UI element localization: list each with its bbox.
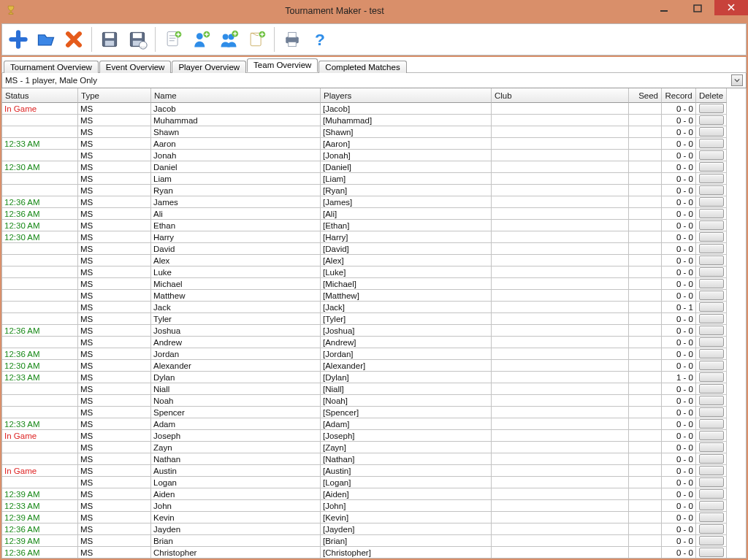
delete-row-button[interactable] [699,396,724,405]
col-header-club[interactable]: Club [492,88,629,103]
table-row[interactable]: MSZayn[Zayn]0 - 0 [2,442,727,453]
delete-row-button[interactable] [699,489,724,499]
table-row[interactable]: 12:36 AMMSChristopher[Christopher]0 - 0 [2,547,727,558]
delete-row-button[interactable] [699,115,724,125]
table-row[interactable]: 12:36 AMMSJames[James]0 - 0 [2,196,727,208]
delete-row-button[interactable] [699,349,724,358]
save-as-button[interactable]: … [124,26,150,53]
col-header-players[interactable]: Players [321,88,492,103]
window-minimize-button[interactable] [647,0,681,18]
table-row[interactable]: MSJack[Jack]0 - 1 [2,302,727,313]
delete-row-button[interactable] [699,536,724,545]
delete-row-button[interactable] [699,372,724,382]
col-header-status[interactable]: Status [2,88,78,103]
print-button[interactable] [279,26,305,53]
delete-row-button[interactable] [699,150,724,160]
delete-row-button[interactable] [699,185,724,195]
table-row[interactable]: 12:36 AMMSJordan[Jordan]0 - 0 [2,348,727,360]
delete-row-button[interactable] [699,256,724,265]
delete-row-button[interactable] [699,244,724,253]
col-header-record[interactable]: Record [662,88,696,103]
delete-row-button[interactable] [699,361,724,370]
add-player-button[interactable] [188,26,214,53]
open-tournament-button[interactable] [33,26,59,53]
col-header-delete[interactable]: Delete [696,88,727,103]
new-tournament-button[interactable] [5,26,31,53]
grid-body[interactable]: In GameMSJacob[Jacob]0 - 0MSMuhammad[Muh… [2,103,727,558]
table-row[interactable]: MSShawn[Shawn]0 - 0 [2,126,727,138]
delete-row-button[interactable] [699,174,724,183]
delete-row-button[interactable] [699,267,724,277]
delete-row-button[interactable] [699,209,724,218]
table-row[interactable]: In GameMSJacob[Jacob]0 - 0 [2,103,727,115]
table-row[interactable]: MSTyler[Tyler]0 - 0 [2,313,727,325]
tab-event-overview[interactable]: Event Overview [99,61,172,73]
table-row[interactable]: MSAlex[Alex]0 - 0 [2,255,727,266]
delete-row-button[interactable] [699,407,724,417]
new-event-button[interactable] [160,26,186,53]
col-header-type[interactable]: Type [78,88,151,103]
table-row[interactable]: In GameMSJoseph[Joseph]0 - 0 [2,430,727,442]
table-row[interactable]: MSMuhammad[Muhammad]0 - 0 [2,115,727,126]
help-button[interactable]: ? [307,26,333,53]
import-button[interactable] [243,26,270,53]
table-row[interactable]: MSLogan[Logan]0 - 0 [2,477,727,488]
table-row[interactable]: 12:36 AMMSJayden[Jayden]0 - 0 [2,523,727,535]
delete-button[interactable] [61,26,87,53]
col-header-name[interactable]: Name [151,88,321,103]
delete-row-button[interactable] [699,431,724,440]
tab-completed-matches[interactable]: Completed Matches [318,61,406,73]
delete-row-button[interactable] [699,162,724,172]
delete-row-button[interactable] [699,548,724,557]
delete-row-button[interactable] [699,466,724,475]
delete-row-button[interactable] [699,501,724,510]
save-button[interactable] [96,26,123,53]
table-row[interactable]: 12:33 AMMSAaron[Aaron]0 - 0 [2,138,727,150]
delete-row-button[interactable] [699,197,724,207]
table-row[interactable]: MSJonah[Jonah]0 - 0 [2,150,727,161]
delete-row-button[interactable] [699,326,724,335]
delete-row-button[interactable] [699,302,724,312]
chevron-down-icon[interactable] [731,74,743,86]
table-row[interactable]: 12:30 AMMSHarry[Harry]0 - 0 [2,231,727,243]
tab-tournament-overview[interactable]: Tournament Overview [4,61,99,73]
window-maximize-button[interactable] [681,0,714,18]
delete-row-button[interactable] [699,127,724,137]
event-filter-combo[interactable]: MS - 1 player, Male Only [1,73,747,88]
delete-row-button[interactable] [699,220,724,230]
table-row[interactable]: MSRyan[Ryan]0 - 0 [2,185,727,196]
delete-row-button[interactable] [699,454,724,464]
table-row[interactable]: 12:33 AMMSJohn[John]0 - 0 [2,500,727,512]
table-row[interactable]: 12:36 AMMSAli[Ali]0 - 0 [2,208,727,220]
table-row[interactable]: 12:30 AMMSAlexander[Alexander]0 - 0 [2,360,727,372]
delete-row-button[interactable] [699,232,724,242]
table-row[interactable]: 12:30 AMMSDaniel[Daniel]0 - 0 [2,161,727,173]
delete-row-button[interactable] [699,104,724,113]
table-row[interactable]: MSNiall[Niall]0 - 0 [2,383,727,395]
table-row[interactable]: MSMatthew[Matthew]0 - 0 [2,290,727,302]
table-row[interactable]: MSSpencer[Spencer]0 - 0 [2,407,727,418]
delete-row-button[interactable] [699,513,724,522]
delete-row-button[interactable] [699,139,724,148]
col-header-seed[interactable]: Seed [629,88,662,103]
table-row[interactable]: MSLuke[Luke]0 - 0 [2,266,727,278]
table-row[interactable]: MSAndrew[Andrew]0 - 0 [2,337,727,348]
delete-row-button[interactable] [699,291,724,300]
table-row[interactable]: 12:39 AMMSKevin[Kevin]0 - 0 [2,512,727,523]
delete-row-button[interactable] [699,384,724,394]
window-close-button[interactable] [714,0,748,15]
table-row[interactable]: 12:33 AMMSDylan[Dylan]1 - 0 [2,372,727,383]
tab-team-overview[interactable]: Team Overview [247,58,318,72]
table-row[interactable]: 12:30 AMMSEthan[Ethan]0 - 0 [2,220,727,231]
add-team-button[interactable] [215,26,242,53]
table-row[interactable]: MSLiam[Liam]0 - 0 [2,173,727,185]
table-row[interactable]: MSDavid[David]0 - 0 [2,243,727,255]
table-row[interactable]: MSNathan[Nathan]0 - 0 [2,453,727,465]
delete-row-button[interactable] [699,419,724,429]
table-row[interactable]: In GameMSAustin[Austin]0 - 0 [2,465,727,477]
table-row[interactable]: 12:39 AMMSAiden[Aiden]0 - 0 [2,488,727,500]
tab-player-overview[interactable]: Player Overview [172,61,246,73]
table-row[interactable]: MSMichael[Michael]0 - 0 [2,278,727,290]
delete-row-button[interactable] [699,477,724,487]
table-row[interactable]: 12:39 AMMSBrian[Brian]0 - 0 [2,535,727,547]
